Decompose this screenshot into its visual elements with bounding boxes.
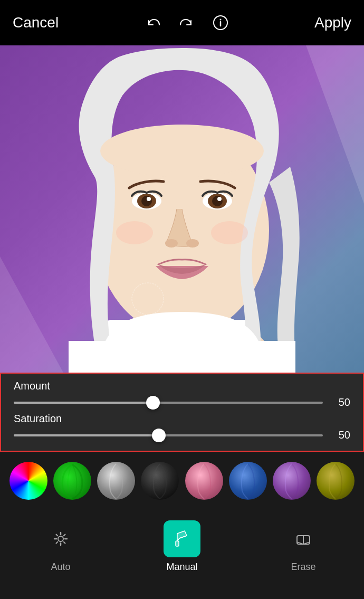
auto-icon — [50, 528, 71, 549]
color-swatches — [0, 452, 364, 510]
svg-point-11 — [141, 196, 152, 206]
amount-fill — [14, 402, 153, 404]
amount-track-wrap[interactable] — [14, 397, 323, 408]
image-area — [0, 45, 364, 373]
swatch-black[interactable] — [141, 462, 179, 500]
svg-point-17 — [165, 239, 178, 248]
amount-slider-container: 50 — [14, 396, 350, 408]
swatch-purple[interactable] — [273, 462, 311, 500]
manual-icon-wrap — [164, 520, 200, 557]
swatch-olive[interactable] — [317, 462, 355, 500]
swatch-rainbow[interactable] — [9, 462, 47, 500]
amount-slider-row: Amount 50 — [14, 380, 350, 408]
face-container — [0, 45, 364, 373]
amount-value: 50 — [331, 396, 350, 408]
svg-line-28 — [64, 542, 65, 544]
top-bar: Cancel Apply — [0, 0, 364, 45]
cancel-button[interactable]: Cancel — [13, 14, 59, 31]
svg-point-19 — [116, 221, 153, 244]
redo-button[interactable] — [178, 14, 195, 31]
bottom-toolbar: Auto Manual Erase — [0, 510, 364, 599]
tool-erase[interactable]: Erase — [277, 520, 330, 573]
svg-marker-3 — [306, 45, 364, 204]
erase-icon-wrap — [285, 520, 322, 557]
saturation-fill — [14, 434, 159, 436]
top-center-icons — [145, 14, 229, 31]
saturation-thumb[interactable] — [152, 429, 166, 442]
saturation-slider-container: 50 — [14, 429, 350, 441]
erase-label: Erase — [291, 562, 315, 573]
amount-label: Amount — [14, 380, 350, 392]
saturation-track — [14, 434, 323, 436]
svg-point-12 — [147, 197, 151, 201]
sliders-panel: Amount 50 Saturation 50 — [0, 373, 364, 452]
amount-track — [14, 402, 323, 404]
svg-point-2 — [219, 19, 221, 21]
svg-point-18 — [186, 239, 199, 248]
svg-line-29 — [64, 535, 65, 536]
svg-point-22 — [58, 536, 63, 541]
svg-point-15 — [212, 196, 223, 206]
swatch-green[interactable] — [53, 462, 91, 500]
apply-button[interactable]: Apply — [314, 14, 351, 31]
svg-point-20 — [211, 221, 248, 244]
svg-line-30 — [56, 542, 58, 544]
info-button[interactable] — [212, 14, 229, 31]
erase-icon — [293, 528, 314, 549]
swatch-silver[interactable] — [97, 462, 135, 500]
svg-rect-31 — [176, 541, 179, 546]
swatch-blue[interactable] — [229, 462, 267, 500]
tool-auto[interactable]: Auto — [34, 520, 87, 573]
swatch-pink[interactable] — [185, 462, 223, 500]
svg-point-16 — [217, 197, 222, 201]
auto-icon-wrap — [42, 520, 79, 557]
manual-icon — [171, 528, 193, 549]
undo-button[interactable] — [145, 14, 161, 31]
manual-label: Manual — [166, 562, 197, 573]
tool-manual[interactable]: Manual — [156, 520, 208, 573]
saturation-value: 50 — [331, 429, 350, 441]
saturation-slider-row: Saturation 50 — [14, 413, 350, 441]
svg-marker-4 — [0, 256, 63, 373]
svg-line-27 — [56, 535, 58, 536]
auto-label: Auto — [51, 562, 70, 573]
svg-point-8 — [100, 125, 264, 177]
saturation-label: Saturation — [14, 413, 350, 425]
saturation-track-wrap[interactable] — [14, 430, 323, 441]
amount-thumb[interactable] — [146, 396, 160, 410]
